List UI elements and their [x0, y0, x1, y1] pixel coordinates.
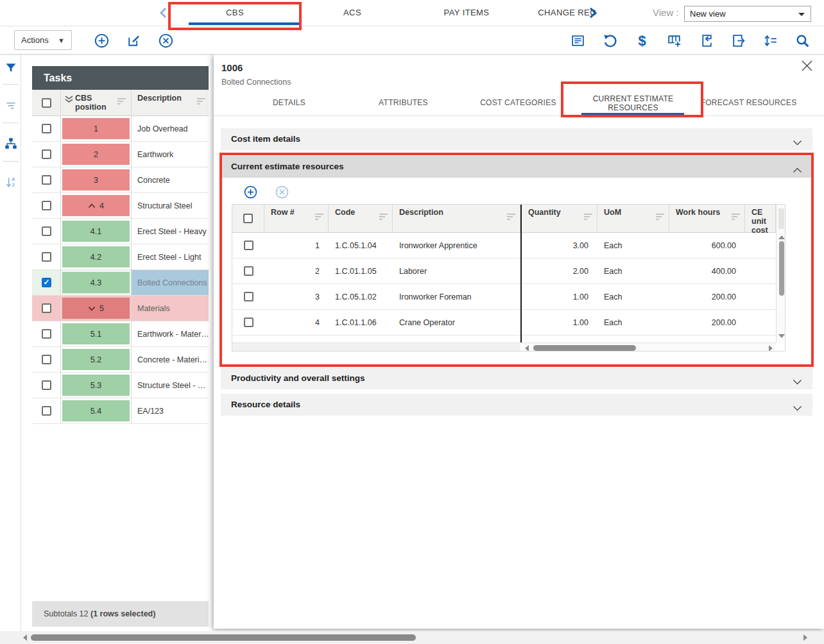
table-vertical-scrollbar[interactable] [776, 205, 785, 343]
resources-col-ce_unit_cost[interactable]: CE unit cost [745, 205, 776, 232]
scroll-up-icon[interactable] [778, 235, 785, 239]
task-row[interactable]: 5.3Structure Steel - … [32, 373, 209, 398]
task-description-cell[interactable]: EA/123 [132, 398, 209, 423]
column-filter-icon[interactable] [117, 98, 126, 107]
task-row-checkbox[interactable] [42, 303, 51, 313]
undo-icon[interactable] [601, 31, 619, 49]
column-filter-icon[interactable] [379, 214, 388, 223]
task-position-cell[interactable]: 5.1 [61, 321, 132, 346]
task-row-checkbox[interactable] [42, 124, 51, 133]
task-row-checkbox[interactable] [42, 278, 51, 287]
search-icon[interactable] [793, 31, 811, 49]
task-row-checkbox[interactable] [42, 380, 51, 390]
task-row[interactable]: 2Earthwork [32, 142, 209, 167]
task-row[interactable]: 5.4EA/123 [32, 398, 209, 424]
task-position-cell[interactable]: 4 [61, 193, 132, 218]
resource-row-checkbox[interactable] [244, 241, 253, 250]
task-description-cell[interactable]: Erect Steel - Light [132, 244, 209, 269]
task-position-cell[interactable]: 5.2 [61, 347, 132, 372]
tab-details[interactable]: DETAILS [232, 90, 347, 115]
collapse-left-icon[interactable] [160, 7, 167, 21]
tasks-col-cbs-position[interactable]: CBS position [61, 90, 132, 115]
sort-az-icon[interactable]: AZ [3, 174, 19, 190]
nav-more-tabs-icon[interactable] [588, 6, 597, 22]
column-filter-icon[interactable] [197, 98, 206, 107]
add-circle-icon[interactable] [92, 31, 110, 49]
task-row[interactable]: 4.2Erect Steel - Light [32, 244, 209, 270]
resources-col-work_hours[interactable]: Work hours [669, 205, 745, 232]
task-description-cell[interactable]: Bolted Connections [132, 270, 209, 295]
task-position-cell[interactable]: 2 [61, 142, 132, 167]
tab-cost-categories[interactable]: COST CATEGORIES [461, 90, 576, 115]
column-filter-icon[interactable] [732, 214, 741, 223]
column-filter-icon[interactable] [584, 214, 593, 223]
task-row-checkbox[interactable] [42, 226, 51, 236]
view-select[interactable]: New view [684, 6, 811, 22]
task-row-checkbox[interactable] [42, 149, 51, 159]
column-filter-icon[interactable] [507, 214, 516, 223]
nav-tab-pay-items[interactable]: PAY ITEMS [409, 0, 524, 26]
dollar-icon[interactable]: $ [633, 31, 651, 49]
tasks-col-description[interactable]: Description [132, 90, 209, 115]
task-position-cell[interactable]: 1 [61, 116, 132, 141]
task-row-checkbox[interactable] [42, 329, 51, 339]
section-current-estimate-resources[interactable]: Current estimate resources [221, 156, 812, 178]
row-height-icon[interactable] [761, 31, 779, 49]
task-description-cell[interactable]: Earthwork - Mater… [132, 321, 209, 346]
add-column-icon[interactable] [665, 31, 683, 49]
resources-select-all-checkbox[interactable] [243, 214, 253, 223]
actions-button[interactable]: Actions ▼ [14, 30, 72, 50]
task-position-cell[interactable]: 5.3 [61, 373, 132, 398]
task-position-cell[interactable]: 4.3 [61, 270, 132, 295]
task-description-cell[interactable]: Job Overhead [132, 116, 209, 141]
task-row-checkbox[interactable] [42, 175, 51, 185]
horizontal-scroll-thumb[interactable] [533, 345, 636, 351]
page-horizontal-scroll-thumb[interactable] [31, 634, 416, 641]
hierarchy-icon[interactable] [3, 135, 19, 151]
details-list-icon[interactable] [569, 31, 587, 49]
task-position-cell[interactable]: 4.2 [61, 244, 132, 269]
resources-col-description[interactable]: Description [393, 205, 520, 232]
cancel-circle-icon[interactable] [157, 31, 175, 49]
task-description-cell[interactable]: Structural Steel [132, 193, 209, 218]
task-row[interactable]: 5.2Concrete - Materi… [32, 347, 209, 373]
scroll-right-icon[interactable] [769, 345, 773, 352]
resource-row-checkbox[interactable] [244, 266, 253, 276]
task-position-cell[interactable]: 5 [61, 296, 132, 321]
expand-row-icon[interactable] [88, 306, 96, 311]
tab-current-estimate-resources[interactable]: CURRENT ESTIMATE RESOURCES [576, 90, 691, 115]
task-description-cell[interactable]: Concrete [132, 167, 209, 192]
table-horizontal-scrollbar[interactable] [522, 343, 776, 352]
resources-col-code[interactable]: Code [329, 205, 393, 232]
nav-tab-acs[interactable]: ACS [295, 0, 410, 26]
close-icon[interactable] [798, 57, 815, 74]
add-resource-icon[interactable] [242, 183, 259, 200]
task-row[interactable]: 3Concrete [32, 167, 209, 193]
section-cost-item-details[interactable]: Cost item details [221, 128, 812, 150]
page-horizontal-scrollbar[interactable] [0, 631, 824, 644]
task-row-checkbox[interactable] [42, 252, 51, 262]
column-filter-icon[interactable] [656, 214, 665, 223]
edit-icon[interactable] [124, 31, 142, 49]
resources-col-row[interactable]: Row # [264, 205, 329, 232]
scroll-down-icon[interactable] [778, 334, 785, 338]
task-row[interactable]: 5Materials [32, 296, 209, 321]
resource-row[interactable]: 21.C.01.1.05Laborer2.00Each400.00 [232, 258, 785, 284]
page-scroll-right-icon[interactable] [803, 634, 807, 641]
tab-attributes[interactable]: ATTRIBUTES [346, 90, 461, 115]
filter-icon[interactable] [3, 60, 19, 76]
task-position-cell[interactable]: 4.1 [61, 219, 132, 244]
task-row-checkbox[interactable] [42, 406, 51, 416]
task-row[interactable]: 4Structural Steel [32, 193, 209, 219]
task-description-cell[interactable]: Materials [132, 296, 209, 321]
vertical-scroll-thumb[interactable] [779, 241, 784, 296]
nav-tab-cbs[interactable]: CBS [177, 0, 293, 26]
task-row-checkbox[interactable] [42, 201, 51, 210]
resources-col-uom[interactable]: UoM [597, 205, 669, 232]
task-row[interactable]: 4.1Erect Steel - Heavy [32, 219, 209, 244]
resource-row[interactable]: 41.C.01.1.06Crane Operator1.00Each200.00 [232, 310, 785, 335]
nav-tab-change-reg[interactable]: CHANGE REG [519, 0, 615, 26]
resource-row-checkbox[interactable] [244, 292, 253, 301]
tasks-select-all-checkbox[interactable] [42, 98, 51, 108]
export-icon[interactable] [729, 31, 747, 49]
